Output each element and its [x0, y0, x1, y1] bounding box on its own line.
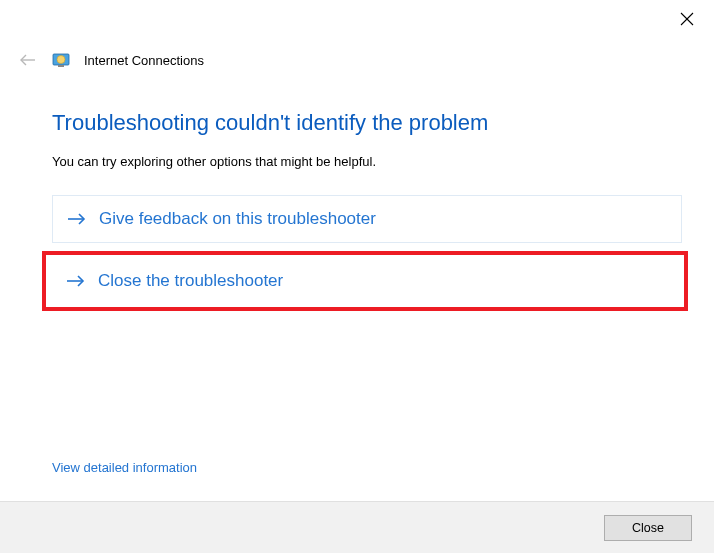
subtext: You can try exploring other options that…: [52, 154, 682, 169]
content-area: Troubleshooting couldn't identify the pr…: [52, 110, 682, 311]
option-close-troubleshooter-label: Close the troubleshooter: [98, 271, 283, 291]
back-arrow-icon: [19, 53, 37, 67]
troubleshooter-window: Internet Connections Troubleshooting cou…: [0, 0, 714, 553]
footer-bar: Close: [0, 501, 714, 553]
option-close-troubleshooter[interactable]: Close the troubleshooter: [52, 257, 678, 305]
close-icon: [680, 12, 694, 26]
main-heading: Troubleshooting couldn't identify the pr…: [52, 110, 682, 136]
window-close-button[interactable]: [678, 10, 696, 28]
view-detailed-information-link[interactable]: View detailed information: [52, 460, 197, 475]
window-title: Internet Connections: [84, 53, 204, 68]
svg-rect-5: [58, 65, 64, 67]
arrow-right-icon: [67, 211, 87, 227]
svg-point-4: [57, 56, 65, 64]
header-bar: Internet Connections: [18, 50, 696, 70]
option-give-feedback-label: Give feedback on this troubleshooter: [99, 209, 376, 229]
close-button[interactable]: Close: [604, 515, 692, 541]
arrow-right-icon: [66, 273, 86, 289]
highlight-annotation: Close the troubleshooter: [42, 251, 688, 311]
back-button[interactable]: [18, 50, 38, 70]
option-give-feedback[interactable]: Give feedback on this troubleshooter: [52, 195, 682, 243]
internet-connections-icon: [52, 51, 70, 69]
